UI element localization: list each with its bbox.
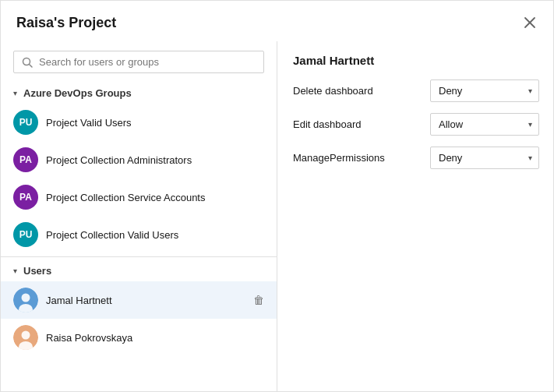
user-avatar-jamal	[13, 288, 38, 313]
svg-line-3	[30, 64, 33, 67]
left-panel: ▾ Azure DevOps Groups PU Project Valid U…	[1, 41, 277, 392]
users-section-header[interactable]: ▾ Users	[1, 260, 277, 281]
section-divider	[1, 256, 277, 257]
search-icon	[22, 57, 33, 68]
search-container	[1, 41, 277, 83]
item-label: Jamal Hartnett	[46, 295, 245, 306]
permission-dropdown-delete[interactable]: Deny Allow Not set	[431, 80, 538, 101]
list-item[interactable]: PA Project Collection Service Accounts	[1, 178, 277, 216]
chevron-down-icon: ▾	[13, 89, 17, 97]
avatar: PA	[13, 147, 38, 172]
item-label: Project Collection Administrators	[46, 154, 264, 166]
users-section-label: Users	[23, 265, 51, 277]
item-label: Project Valid Users	[46, 117, 264, 129]
avatar: PA	[13, 185, 38, 210]
svg-point-5	[22, 294, 30, 302]
permission-label: ManagePermissions	[293, 152, 385, 164]
svg-point-8	[22, 331, 30, 340]
list-item[interactable]: Raisa Pokrovskaya	[1, 319, 277, 356]
permission-row-manage: ManagePermissions Deny Allow Not set ▾	[293, 147, 539, 169]
permission-select-manage[interactable]: Deny Allow Not set ▾	[430, 147, 539, 169]
dialog: Raisa's Project ▾ A	[1, 1, 554, 392]
permission-dropdown-manage[interactable]: Deny Allow Not set	[431, 147, 538, 168]
permission-row-edit: Edit dashboard Allow Deny Not set ▾	[293, 113, 539, 136]
close-button[interactable]	[520, 13, 539, 32]
chevron-down-icon: ▾	[13, 267, 17, 275]
item-label: Project Collection Valid Users	[46, 229, 264, 241]
delete-icon[interactable]: 🗑	[253, 294, 264, 306]
groups-section-label: Azure DevOps Groups	[23, 87, 132, 99]
dialog-body: ▾ Azure DevOps Groups PU Project Valid U…	[1, 41, 554, 392]
avatar	[13, 325, 38, 350]
permission-select-edit[interactable]: Allow Deny Not set ▾	[430, 113, 539, 136]
permission-select-delete[interactable]: Deny Allow Not set ▾	[430, 79, 539, 102]
avatar	[13, 288, 38, 313]
right-panel: Jamal Hartnett Delete dashboard Deny All…	[277, 41, 554, 392]
avatar: PU	[13, 222, 38, 247]
close-icon	[524, 16, 536, 29]
permission-row-delete: Delete dashboard Deny Allow Not set ▾	[293, 79, 539, 102]
permission-dropdown-edit[interactable]: Allow Deny Not set	[431, 114, 538, 135]
dialog-title: Raisa's Project	[16, 15, 116, 31]
permission-label: Edit dashboard	[293, 118, 361, 130]
item-label: Project Collection Service Accounts	[46, 192, 264, 203]
permission-label: Delete dashboard	[293, 85, 373, 97]
list-item[interactable]: PU Project Valid Users	[1, 104, 277, 141]
search-input[interactable]	[39, 56, 256, 68]
list-item[interactable]: PA Project Collection Administrators	[1, 141, 277, 178]
groups-section-header[interactable]: ▾ Azure DevOps Groups	[1, 83, 277, 104]
user-avatar-raisa	[13, 325, 38, 350]
avatar: PU	[13, 110, 38, 135]
item-label: Raisa Pokrovskaya	[46, 332, 264, 344]
search-input-wrapper[interactable]	[13, 51, 264, 73]
list-item[interactable]: PU Project Collection Valid Users	[1, 216, 277, 253]
dialog-header: Raisa's Project	[1, 1, 554, 41]
list-item[interactable]: Jamal Hartnett 🗑	[1, 281, 277, 319]
permissions-user-title: Jamal Hartnett	[293, 54, 539, 67]
